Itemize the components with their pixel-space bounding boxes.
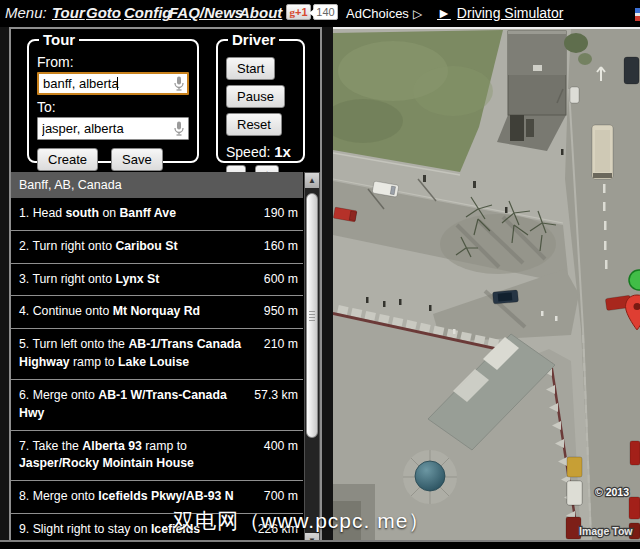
adchoices-link[interactable]: AdChoices▷ (346, 6, 422, 21)
mic-icon[interactable] (173, 121, 185, 136)
map-container: © 2013 Image Tow (333, 26, 640, 540)
direction-step[interactable]: 7. Take the Alberta 93 ramp to Jasper/Ro… (11, 430, 303, 481)
pause-button[interactable]: Pause (226, 85, 285, 108)
tour-legend: Tour (39, 31, 79, 48)
direction-distance: 950 m (250, 303, 298, 321)
to-input[interactable] (37, 117, 189, 140)
create-button[interactable]: Create (37, 148, 98, 171)
menu-item-about[interactable]: About (239, 4, 282, 21)
from-label: From: (37, 54, 189, 70)
dome-roof (415, 461, 445, 491)
scrollbar-thumb[interactable] (306, 193, 318, 438)
bottom-bar (0, 540, 640, 549)
google-plusone-button[interactable]: g+1 (286, 4, 311, 20)
directions-scrollbar[interactable]: ▲ ▼ (304, 172, 320, 549)
save-button[interactable]: Save (111, 148, 163, 171)
top-menu-bar: Menu: Tour Goto Config FAQ/News About g+… (0, 0, 640, 27)
directions-list: 1. Head south on Banff Ave190 m2. Turn r… (11, 198, 303, 549)
driver-legend: Driver (228, 31, 279, 48)
direction-text: 6. Merge onto AB-1 W/Trans-Canada Hwy (19, 387, 250, 423)
menu-item-tour[interactable]: Tour (52, 4, 85, 21)
direction-distance: 57.3 km (250, 387, 298, 405)
map-aerial[interactable]: © 2013 Image Tow (333, 29, 640, 540)
menu-label: Menu: (5, 4, 47, 21)
direction-step[interactable]: 5. Turn left onto the AB-1/Trans Canada … (11, 328, 303, 379)
mic-icon[interactable] (173, 76, 185, 91)
cutoff-icon (635, 8, 640, 21)
menu-item-config[interactable]: Config (124, 4, 171, 21)
direction-distance: 600 m (250, 271, 298, 289)
map-copyright: © 2013 (595, 486, 629, 498)
speed-label: Speed: 1x (226, 143, 295, 160)
direction-step[interactable]: 1. Head south on Banff Ave190 m (11, 198, 303, 230)
plusone-label: +1 (295, 6, 308, 18)
scroll-up-icon[interactable]: ▲ (305, 173, 319, 188)
directions-header: Banff, AB, Canada (11, 172, 303, 198)
direction-text: 4. Continue onto Mt Norquay Rd (19, 303, 250, 321)
direction-step[interactable]: 2. Turn right onto Caribou St160 m (11, 230, 303, 263)
direction-text: 2. Turn right onto Caribou St (19, 238, 250, 256)
plusone-count-badge: 140 (313, 4, 338, 20)
direction-text: 5. Turn left onto the AB-1/Trans Canada … (19, 336, 250, 372)
adchoices-icon: ▷ (413, 7, 422, 21)
speed-value: 1x (274, 143, 291, 160)
direction-distance: 226 km (250, 521, 298, 539)
direction-distance: 160 m (250, 238, 298, 256)
direction-step[interactable]: 6. Merge onto AB-1 W/Trans-Canada Hwy57.… (11, 379, 303, 430)
direction-step[interactable]: 3. Turn right onto Lynx St600 m (11, 263, 303, 296)
direction-distance: 400 m (250, 438, 298, 456)
start-button[interactable]: Start (226, 57, 275, 80)
reset-button[interactable]: Reset (226, 113, 282, 136)
direction-step[interactable]: 4. Continue onto Mt Norquay Rd950 m (11, 295, 303, 328)
adchoices-label: AdChoices (346, 6, 409, 21)
direction-text: 3. Turn right onto Lynx St (19, 271, 250, 289)
control-panel: Tour From: To: Create Save (9, 27, 322, 549)
to-label: To: (37, 99, 189, 115)
directions-panel: Banff, AB, Canada 1. Head south on Banff… (11, 172, 303, 549)
direction-text: 7. Take the Alberta 93 ramp to Jasper/Ro… (19, 438, 250, 474)
driver-panel: Driver Start Pause Reset Speed: 1x - + (216, 31, 305, 163)
driving-simulator-link[interactable]: ►Driving Simulator (437, 5, 563, 21)
driving-simulator-label: Driving Simulator (457, 5, 564, 21)
play-icon: ► (437, 5, 451, 21)
direction-distance: 700 m (250, 488, 298, 506)
map-imagery-credit: Image Tow (579, 525, 633, 537)
menu-item-goto[interactable]: Goto (86, 4, 121, 21)
from-input[interactable] (37, 72, 189, 95)
menu-item-faq-news[interactable]: FAQ/News (169, 4, 243, 21)
tour-panel: Tour From: To: Create Save (27, 31, 199, 163)
direction-text: 8. Merge onto Icefields Pkwy/AB-93 N (19, 488, 250, 506)
bush (564, 33, 588, 53)
text-caret (117, 77, 118, 90)
direction-distance: 210 m (250, 336, 298, 354)
direction-text: 1. Head south on Banff Ave (19, 205, 250, 223)
direction-step[interactable]: 8. Merge onto Icefields Pkwy/AB-93 N700 … (11, 480, 303, 513)
direction-distance: 190 m (250, 205, 298, 223)
